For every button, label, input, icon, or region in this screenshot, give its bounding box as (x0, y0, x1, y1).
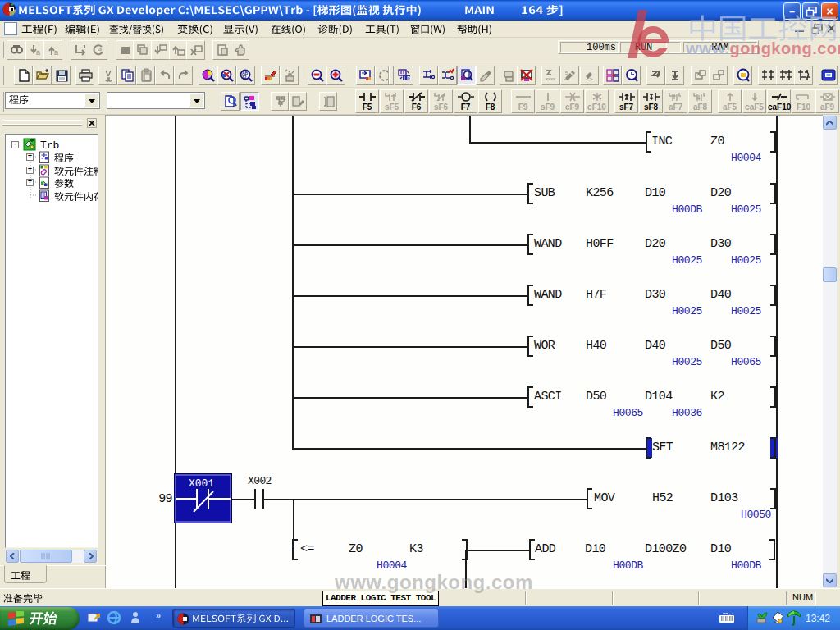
svg-text:a: a (54, 48, 58, 57)
svg-text:a: a (36, 48, 40, 57)
svg-text:LD: LD (404, 75, 411, 81)
svg-text:12: 12 (242, 75, 247, 80)
svg-text:xxxx: xxxx (546, 76, 555, 81)
svg-text:X001: X001 (189, 477, 214, 490)
svg-text:a: a (98, 46, 102, 52)
svg-text:-<>: -<> (584, 76, 593, 82)
